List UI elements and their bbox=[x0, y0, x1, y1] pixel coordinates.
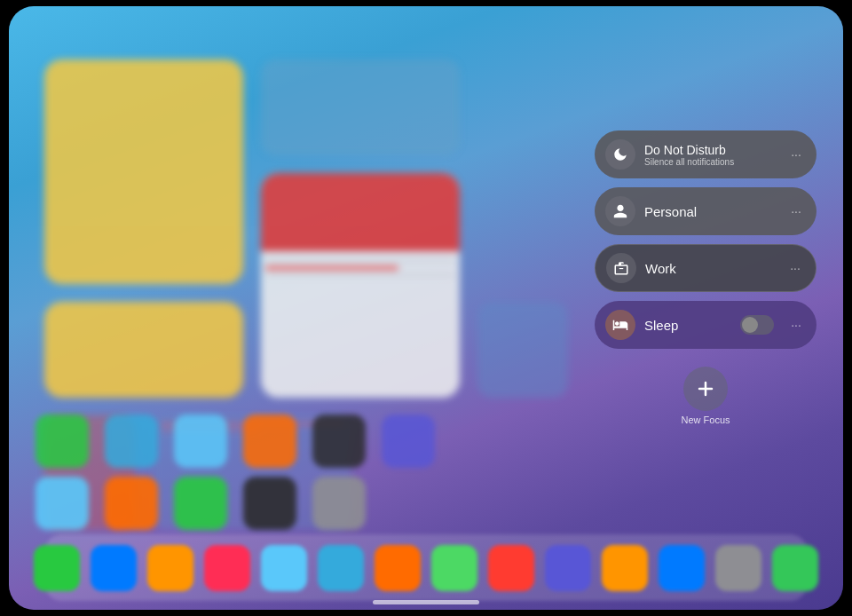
app-orange bbox=[243, 415, 296, 468]
ipad-frame: Do Not Disturb Silence all notifications… bbox=[9, 6, 843, 610]
dock-icon-9 bbox=[488, 545, 534, 591]
dnd-icon-wrap bbox=[605, 139, 635, 170]
dnd-more-button[interactable]: ··· bbox=[786, 147, 806, 162]
app-row-lower bbox=[36, 477, 577, 530]
widget-small-1 bbox=[477, 302, 568, 398]
widget-notes-small bbox=[44, 302, 243, 398]
app-facetime bbox=[174, 415, 227, 468]
dock-icon-1 bbox=[34, 545, 80, 591]
bed-icon bbox=[612, 317, 628, 333]
moon-icon bbox=[612, 146, 628, 162]
dock-icon-11 bbox=[602, 545, 648, 591]
dnd-sublabel: Silence all notifications bbox=[644, 157, 777, 167]
dock-icon-10 bbox=[545, 545, 591, 591]
dock-icon-2 bbox=[91, 545, 137, 591]
app-gray bbox=[312, 477, 366, 530]
dock-icon-12 bbox=[659, 545, 705, 591]
personal-label: Personal bbox=[644, 204, 777, 219]
app-green2 bbox=[174, 477, 227, 530]
dnd-label-group: Do Not Disturb Silence all notifications bbox=[644, 143, 777, 167]
dock bbox=[44, 534, 808, 601]
dock-icon-8 bbox=[431, 545, 477, 591]
widget-notes-large bbox=[44, 59, 243, 284]
dock-icon-6 bbox=[318, 545, 364, 591]
personal-more-button[interactable]: ··· bbox=[786, 204, 806, 218]
work-more-button[interactable]: ··· bbox=[785, 261, 805, 275]
focus-menu: Do Not Disturb Silence all notifications… bbox=[595, 130, 816, 425]
app-purple bbox=[382, 415, 435, 468]
home-indicator bbox=[373, 600, 479, 604]
focus-item-personal[interactable]: Personal ··· bbox=[595, 187, 816, 235]
sleep-label: Sleep bbox=[644, 318, 731, 333]
dock-icon-4 bbox=[204, 545, 250, 591]
work-icon-wrap bbox=[606, 253, 636, 283]
new-focus-button[interactable]: New Focus bbox=[595, 367, 816, 425]
new-focus-circle bbox=[683, 367, 728, 411]
widget-calendar bbox=[261, 173, 460, 398]
personal-icon-wrap bbox=[605, 196, 635, 226]
sleep-more-button[interactable]: ··· bbox=[786, 318, 806, 332]
dock-icon-14 bbox=[772, 545, 818, 591]
new-focus-label: New Focus bbox=[681, 415, 730, 425]
app-row-middle bbox=[36, 415, 568, 468]
app-red bbox=[105, 477, 158, 530]
person-icon bbox=[612, 203, 628, 219]
dock-icon-5 bbox=[261, 545, 307, 591]
dock-icon-3 bbox=[147, 545, 193, 591]
briefcase-icon bbox=[613, 260, 629, 276]
plus-icon bbox=[695, 378, 716, 399]
sleep-toggle-knob bbox=[742, 317, 758, 333]
sleep-toggle[interactable] bbox=[740, 315, 774, 335]
focus-item-work[interactable]: Work ··· bbox=[595, 244, 816, 292]
dock-icon-13 bbox=[715, 545, 761, 591]
app-dark-1 bbox=[312, 415, 366, 468]
focus-item-do-not-disturb[interactable]: Do Not Disturb Silence all notifications… bbox=[595, 130, 816, 178]
app-messages bbox=[36, 415, 89, 468]
work-label: Work bbox=[645, 261, 777, 276]
widget-medium-1 bbox=[261, 59, 460, 155]
app-dark2 bbox=[243, 477, 296, 530]
dock-icon-7 bbox=[375, 545, 421, 591]
dnd-label: Do Not Disturb bbox=[644, 143, 777, 157]
app-icloud bbox=[105, 415, 158, 468]
sleep-icon-wrap bbox=[605, 310, 635, 340]
focus-item-sleep[interactable]: Sleep ··· bbox=[595, 301, 816, 349]
app-weather bbox=[36, 477, 89, 530]
